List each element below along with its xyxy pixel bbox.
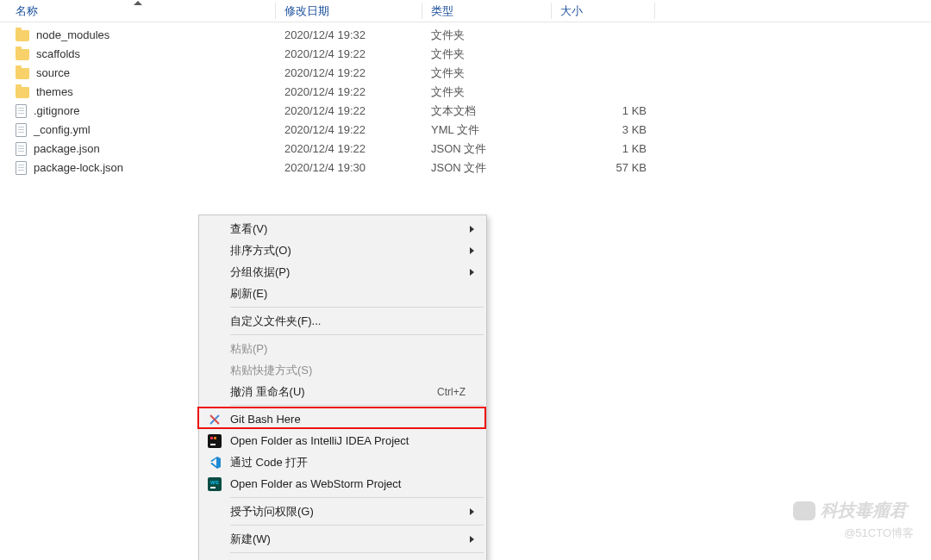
file-size: 1 KB	[552, 140, 655, 159]
sort-ascending-icon	[134, 1, 142, 5]
menu-separator	[230, 525, 484, 526]
file-type: JSON 文件	[422, 159, 552, 177]
file-type: YML 文件	[422, 121, 552, 140]
menu-open-webstorm[interactable]: WS Open Folder as WebStorm Project	[201, 473, 484, 495]
column-header-date[interactable]: 修改日期	[276, 0, 422, 22]
column-header-size[interactable]: 大小	[552, 0, 655, 22]
folder-icon	[16, 68, 29, 79]
menu-undo-rename[interactable]: 撤消 重命名(U) Ctrl+Z	[201, 381, 484, 402]
svg-rect-2	[208, 434, 222, 448]
file-list: node_modules2020/12/4 19:32文件夹scaffolds2…	[0, 22, 931, 177]
folder-icon	[16, 49, 29, 60]
file-size: 57 KB	[552, 159, 655, 177]
menu-separator	[230, 552, 484, 553]
wechat-icon	[793, 501, 815, 520]
menu-refresh-label: 刷新(E)	[230, 286, 466, 302]
file-row[interactable]: source2020/12/4 19:22文件夹	[0, 64, 931, 83]
menu-separator	[230, 405, 484, 406]
vscode-icon	[208, 456, 222, 470]
file-name-cell: .gitignore	[0, 102, 276, 121]
menu-open-code[interactable]: 通过 Code 打开	[201, 451, 484, 473]
file-date: 2020/12/4 19:22	[276, 102, 422, 121]
file-name: _config.yml	[34, 121, 91, 140]
file-size: 3 KB	[552, 121, 655, 140]
file-date: 2020/12/4 19:30	[276, 159, 422, 177]
file-row[interactable]: scaffolds2020/12/4 19:22文件夹	[0, 45, 931, 64]
file-name-cell: package-lock.json	[0, 159, 276, 177]
file-icon	[16, 123, 27, 137]
menu-group-by-label: 分组依据(P)	[230, 264, 466, 280]
file-type: 文件夹	[422, 45, 552, 64]
file-row[interactable]: themes2020/12/4 19:22文件夹	[0, 83, 931, 102]
watermark-brand: 科技毒瘤君	[793, 499, 907, 522]
svg-text:WS: WS	[210, 480, 219, 485]
intellij-icon	[208, 434, 222, 448]
menu-view[interactable]: 查看(V)	[201, 218, 484, 240]
file-icon	[16, 104, 27, 118]
file-name: package-lock.json	[34, 159, 123, 177]
git-icon	[208, 413, 222, 426]
menu-sort-by[interactable]: 排序方式(O)	[201, 240, 484, 261]
file-size: 1 KB	[552, 102, 655, 121]
file-icon	[16, 142, 27, 156]
file-date: 2020/12/4 19:22	[276, 83, 422, 102]
submenu-arrow-icon	[470, 226, 474, 233]
column-header-name[interactable]: 名称	[0, 0, 276, 22]
menu-separator	[230, 334, 484, 335]
menu-customize-label: 自定义文件夹(F)...	[230, 314, 466, 329]
file-name: themes	[36, 83, 73, 102]
file-date: 2020/12/4 19:22	[276, 121, 422, 140]
menu-open-webstorm-label: Open Folder as WebStorm Project	[230, 477, 466, 490]
menu-group-by[interactable]: 分组依据(P)	[201, 261, 484, 283]
file-type: 文件夹	[422, 64, 552, 83]
menu-open-code-label: 通过 Code 打开	[230, 455, 466, 470]
file-row[interactable]: node_modules2020/12/4 19:32文件夹	[0, 26, 931, 45]
menu-properties[interactable]: 属性(R)	[201, 556, 484, 560]
menu-separator	[230, 307, 484, 308]
file-type: JSON 文件	[422, 140, 552, 159]
column-size-label: 大小	[560, 3, 583, 19]
menu-view-label: 查看(V)	[230, 221, 466, 237]
submenu-arrow-icon	[470, 269, 474, 276]
menu-grant-access-label: 授予访问权限(G)	[230, 504, 466, 520]
file-name-cell: scaffolds	[0, 45, 276, 64]
context-menu: 查看(V) 排序方式(O) 分组依据(P) 刷新(E) 自定义文件夹(F)...…	[198, 215, 487, 560]
file-type: 文件夹	[422, 83, 552, 102]
file-name-cell: node_modules	[0, 26, 276, 45]
file-name-cell: themes	[0, 83, 276, 102]
menu-git-bash-here[interactable]: Git Bash Here	[201, 408, 484, 430]
svg-rect-7	[210, 487, 216, 488]
file-row[interactable]: package-lock.json2020/12/4 19:30JSON 文件5…	[0, 159, 931, 177]
column-header-row: 名称 修改日期 类型 大小	[0, 0, 931, 22]
file-icon	[16, 161, 27, 175]
file-name-cell: source	[0, 64, 276, 83]
file-name: .gitignore	[34, 102, 79, 121]
watermark-brand-text: 科技毒瘤君	[821, 499, 907, 522]
submenu-arrow-icon	[470, 536, 474, 543]
menu-sort-by-label: 排序方式(O)	[230, 243, 466, 258]
menu-new[interactable]: 新建(W)	[201, 528, 484, 550]
file-name: scaffolds	[36, 45, 80, 64]
menu-open-intellij[interactable]: Open Folder as IntelliJ IDEA Project	[201, 430, 484, 451]
menu-git-bash-label: Git Bash Here	[230, 413, 466, 426]
file-row[interactable]: _config.yml2020/12/4 19:22YML 文件3 KB	[0, 121, 931, 140]
svg-rect-5	[214, 437, 216, 439]
file-type: 文本文档	[422, 102, 552, 121]
menu-undo-rename-label: 撤消 重命名(U)	[230, 384, 437, 400]
file-row[interactable]: package.json2020/12/4 19:22JSON 文件1 KB	[0, 140, 931, 159]
file-name-cell: package.json	[0, 140, 276, 159]
menu-refresh[interactable]: 刷新(E)	[201, 283, 484, 304]
svg-rect-4	[210, 437, 213, 439]
menu-paste-label: 粘贴(P)	[230, 341, 466, 357]
file-row[interactable]: .gitignore2020/12/4 19:22文本文档1 KB	[0, 102, 931, 121]
menu-paste: 粘贴(P)	[201, 338, 484, 359]
svg-rect-3	[210, 444, 216, 445]
file-name: package.json	[34, 140, 100, 159]
column-header-type[interactable]: 类型	[422, 0, 552, 22]
file-date: 2020/12/4 19:22	[276, 45, 422, 64]
file-type: 文件夹	[422, 26, 552, 45]
menu-grant-access[interactable]: 授予访问权限(G)	[201, 501, 484, 522]
menu-customize-folder[interactable]: 自定义文件夹(F)...	[201, 310, 484, 332]
file-name-cell: _config.yml	[0, 121, 276, 140]
column-name-label: 名称	[16, 3, 38, 19]
